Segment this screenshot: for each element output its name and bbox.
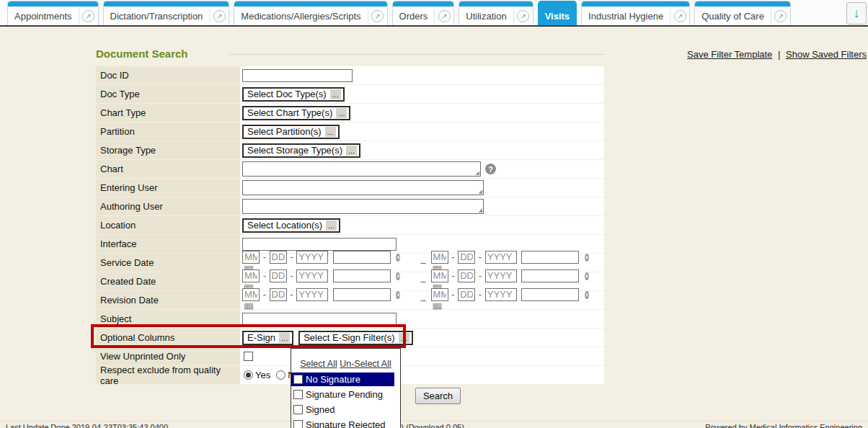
- tab-label[interactable]: Industrial Hygiene: [582, 11, 670, 22]
- month-input[interactable]: [242, 288, 260, 301]
- option-checkbox[interactable]: [293, 420, 303, 428]
- dropdown-option-signature-rejected[interactable]: Signature Rejected: [291, 418, 400, 428]
- year-input[interactable]: [296, 269, 328, 282]
- button-label: Select Partition(s): [247, 126, 322, 137]
- day-input[interactable]: [270, 288, 287, 301]
- field-cell: E-Sign ... Select E-Sign Filter(s) ...: [240, 329, 604, 347]
- day-input[interactable]: [458, 251, 475, 264]
- day-input[interactable]: [270, 251, 287, 264]
- dropdown-option-signed[interactable]: Signed: [291, 403, 400, 416]
- popout-icon[interactable]: ↗: [674, 10, 686, 22]
- month-input[interactable]: [431, 269, 448, 282]
- date-input[interactable]: [333, 251, 391, 264]
- respect-quality-no-radio[interactable]: [276, 370, 285, 380]
- clear-date-icon[interactable]: ×: [585, 291, 589, 299]
- tab-visits[interactable]: Visits: [538, 1, 577, 25]
- date-input[interactable]: [333, 288, 391, 301]
- clear-date-icon[interactable]: ×: [585, 272, 589, 280]
- date-input[interactable]: [521, 251, 579, 264]
- tab-body: Orders ↗: [393, 6, 454, 25]
- tab-label[interactable]: Utilization: [459, 11, 513, 22]
- esign-button[interactable]: E-Sign ...: [242, 331, 293, 345]
- option-checkbox[interactable]: [293, 390, 303, 399]
- popout-button[interactable]: ↗: [209, 6, 229, 25]
- entering-user-input[interactable]: [242, 180, 484, 195]
- scroll-down-button[interactable]: ↓: [846, 2, 867, 24]
- clear-date-icon[interactable]: ×: [396, 272, 400, 280]
- tab-utilization[interactable]: Utilization ↗: [459, 1, 533, 25]
- select-chart-types-button[interactable]: Select Chart Type(s) ...: [242, 106, 350, 120]
- popout-button[interactable]: ↗: [79, 6, 98, 25]
- popout-icon[interactable]: ↗: [517, 10, 529, 22]
- tab-orders[interactable]: Orders ↗: [392, 1, 455, 25]
- tab-label[interactable]: Appointments: [8, 11, 79, 22]
- popout-button[interactable]: ↗: [771, 6, 790, 25]
- popout-button[interactable]: ↗: [434, 6, 453, 25]
- date-input[interactable]: [521, 269, 579, 282]
- search-button[interactable]: Search: [415, 388, 461, 404]
- option-checkbox[interactable]: [293, 405, 303, 414]
- popout-icon[interactable]: ↗: [774, 10, 787, 22]
- select-esign-filters-button[interactable]: Select E-Sign Filter(s) ...: [298, 331, 413, 345]
- subject-input[interactable]: [242, 313, 397, 326]
- year-input[interactable]: [296, 288, 328, 301]
- select-partitions-button[interactable]: Select Partition(s) ...: [242, 125, 340, 139]
- field-cell: Select Storage Type(s) ...: [240, 141, 604, 159]
- clear-date-icon[interactable]: ×: [585, 254, 589, 262]
- dropdown-option-signature-pending[interactable]: Signature Pending: [291, 388, 400, 401]
- option-checkbox[interactable]: [293, 375, 303, 384]
- popout-icon[interactable]: ↗: [82, 10, 94, 22]
- select-all-link[interactable]: Select All: [300, 359, 337, 369]
- tab-quality-of-care[interactable]: Quality of Care ↗: [694, 1, 791, 25]
- authoring-user-input[interactable]: [242, 199, 484, 214]
- date-input[interactable]: [521, 288, 579, 301]
- tab-medications-allergies-scripts[interactable]: Medications/Allergies/Scripts ↗: [234, 1, 387, 25]
- select-doc-types-button[interactable]: Select Doc Type(s) ...: [242, 87, 345, 102]
- month-input[interactable]: [242, 251, 260, 264]
- respect-quality-yes-radio[interactable]: [244, 370, 253, 380]
- view-unprinted-checkbox[interactable]: [244, 352, 253, 361]
- tab-label[interactable]: Dictation/Transcription: [104, 11, 210, 22]
- day-input[interactable]: [458, 288, 475, 301]
- show-saved-filters-link[interactable]: Show Saved Filters: [786, 49, 867, 60]
- month-input[interactable]: [431, 251, 448, 264]
- unselect-all-link[interactable]: Un-Select All: [340, 359, 391, 369]
- tab-dictation-transcription[interactable]: Dictation/Transcription ↗: [103, 1, 230, 25]
- day-input[interactable]: [458, 269, 475, 282]
- doc-id-input[interactable]: [242, 69, 353, 82]
- tab-label[interactable]: Visits: [539, 11, 576, 22]
- dropdown-blank-area: [291, 349, 400, 359]
- year-input[interactable]: [485, 269, 517, 282]
- field-label: Authoring User: [96, 197, 240, 215]
- field-label: Subject: [96, 310, 240, 328]
- popout-button[interactable]: ↗: [513, 6, 533, 25]
- month-input[interactable]: [431, 288, 448, 301]
- chart-input[interactable]: [242, 161, 481, 177]
- month-input[interactable]: [242, 269, 260, 282]
- dropdown-option-no-signature[interactable]: No Signature: [291, 373, 394, 386]
- interface-input[interactable]: [242, 238, 397, 251]
- tab-label[interactable]: Orders: [393, 11, 435, 22]
- year-input[interactable]: [296, 251, 328, 264]
- select-storage-types-button[interactable]: Select Storage Type(s) ...: [242, 143, 360, 158]
- popout-button[interactable]: ↗: [368, 6, 387, 25]
- clear-date-icon[interactable]: ×: [396, 291, 400, 299]
- tab-appointments[interactable]: Appointments ↗: [7, 1, 99, 25]
- popout-button[interactable]: ↗: [670, 6, 689, 25]
- select-locations-button[interactable]: Select Location(s) ...: [242, 218, 340, 233]
- clear-date-icon[interactable]: ×: [396, 254, 400, 262]
- help-icon[interactable]: ?: [485, 164, 496, 174]
- tab-label[interactable]: Quality of Care: [695, 11, 771, 22]
- popout-icon[interactable]: ↗: [438, 10, 451, 22]
- tab-label[interactable]: Medications/Allergies/Scripts: [234, 11, 367, 22]
- popout-icon[interactable]: ↗: [213, 10, 226, 22]
- year-input[interactable]: [485, 251, 517, 264]
- link-separator: |: [778, 49, 780, 60]
- field-label: Location: [96, 216, 240, 234]
- save-filter-template-link[interactable]: Save Filter Template: [687, 49, 772, 60]
- year-input[interactable]: [485, 288, 517, 301]
- tab-industrial-hygiene[interactable]: Industrial Hygiene ↗: [581, 1, 690, 25]
- day-input[interactable]: [270, 269, 287, 282]
- date-input[interactable]: [333, 269, 391, 282]
- popout-icon[interactable]: ↗: [371, 10, 384, 22]
